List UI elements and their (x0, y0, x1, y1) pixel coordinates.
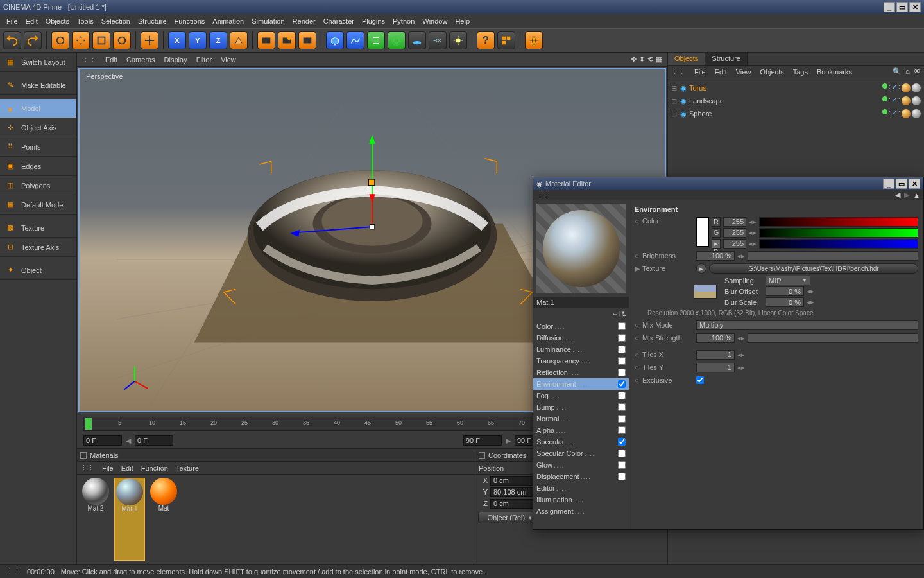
channel-color[interactable]: Color . . . . (533, 320, 629, 332)
obj-torus[interactable]: ⊟◉Torus ∶✓∶ (671, 82, 921, 94)
mode-texture-axis[interactable]: ⊡Texture Axis (0, 238, 76, 257)
eye-icon[interactable]: 👁 (914, 67, 921, 76)
add-light[interactable] (449, 31, 467, 49)
coord-system[interactable] (230, 31, 248, 49)
channel-specular-color[interactable]: Specular Color . . . . (533, 448, 629, 459)
render-pv[interactable] (278, 31, 296, 49)
vp-rotate-icon[interactable]: ⟲ (647, 55, 653, 64)
color-g[interactable]: 255 (723, 228, 746, 238)
me-prev-mat[interactable]: ←| (612, 310, 620, 319)
obj-menu-objects[interactable]: Objects (760, 68, 783, 76)
channel-luminance[interactable]: Luminance . . . . (533, 344, 629, 355)
sampling-dropdown[interactable]: MIP▼ (766, 276, 810, 285)
blur-scale[interactable]: 0 % (766, 297, 804, 307)
home-icon[interactable]: ⌂ (905, 67, 910, 76)
y-axis-lock[interactable]: Y (189, 31, 207, 49)
menu-simulation[interactable]: Simulation (252, 17, 284, 25)
channel-editor[interactable]: Editor . . . . (533, 482, 629, 494)
tab-objects[interactable]: Objects (668, 53, 705, 65)
add-primitive[interactable] (326, 31, 344, 49)
material-Mat.2[interactable]: Mat.2 (80, 478, 111, 561)
content-browser[interactable] (525, 31, 543, 49)
mat-menu-file[interactable]: File (102, 464, 114, 472)
channel-fog[interactable]: Fog . . . . (533, 390, 629, 401)
move-tool[interactable] (72, 31, 90, 49)
channel-transparency[interactable]: Transparency . . . . (533, 355, 629, 367)
menu-structure[interactable]: Structure (138, 17, 167, 25)
channel-displacement[interactable]: Displacement . . . . (533, 471, 629, 482)
me-minimize[interactable]: _ (883, 179, 894, 189)
material-preview[interactable] (536, 204, 626, 293)
mode-texture[interactable]: ▩Texture (0, 218, 76, 238)
color-b[interactable]: 255 (723, 239, 746, 249)
mode-default-mode[interactable]: ▦Default Mode (0, 195, 76, 215)
menu-help[interactable]: Help (455, 17, 470, 25)
vp-grip-icon[interactable]: ⋮⋮ (82, 55, 96, 64)
select-tool[interactable] (51, 31, 69, 49)
vp-menu-view[interactable]: View (221, 56, 236, 64)
channel-alpha[interactable]: Alpha . . . . (533, 425, 629, 436)
g-slider[interactable] (759, 228, 918, 238)
texture-arrow-btn[interactable]: ▸ (696, 263, 706, 274)
vp-layout-icon[interactable]: ▦ (656, 55, 662, 64)
me-nav-up[interactable]: ▲ (913, 191, 920, 199)
mode-edges[interactable]: ▣Edges (0, 157, 76, 176)
channel-glow[interactable]: Glow . . . . (533, 459, 629, 471)
start-frame[interactable]: 0 F (83, 435, 122, 446)
menu-python[interactable]: Python (393, 17, 415, 25)
obj-landscape[interactable]: ⊟◉Landscape ∶✓∶ (671, 94, 921, 107)
material-editor-window[interactable]: ◉Material Editor _ ▭ ✕ ⋮⋮ ◀ ▶ ▲ Mat.1 ←|… (533, 177, 924, 530)
channel-bump[interactable]: Bump . . . . (533, 401, 629, 413)
minimize-button[interactable]: _ (884, 2, 895, 12)
add-environment[interactable] (408, 31, 426, 49)
menu-file[interactable]: File (6, 17, 18, 25)
menu-edit[interactable]: Edit (26, 17, 38, 25)
brightness-input[interactable]: 100 % (696, 251, 735, 261)
menu-functions[interactable]: Functions (175, 17, 205, 25)
recent-tool[interactable] (141, 31, 158, 49)
obj-menu-edit[interactable]: Edit (715, 68, 727, 76)
channel-assignment[interactable]: Assignment . . . . (533, 505, 629, 517)
me-close[interactable]: ✕ (909, 179, 920, 189)
mix-mode-dropdown[interactable]: Multiply (696, 320, 918, 330)
menu-animation[interactable]: Animation (212, 17, 244, 25)
vp-menu-edit[interactable]: Edit (105, 56, 117, 64)
mode-make-editable[interactable]: ✎Make Editable (0, 76, 76, 95)
render-settings[interactable] (298, 31, 316, 49)
blur-offset[interactable]: 0 % (766, 286, 804, 296)
me-maximize[interactable]: ▭ (896, 179, 907, 189)
add-generator[interactable] (367, 31, 385, 49)
mode-object[interactable]: ✦Object (0, 261, 76, 280)
vp-menu-display[interactable]: Display (164, 56, 187, 64)
menu-plugins[interactable]: Plugins (362, 17, 385, 25)
texture-thumb[interactable] (694, 285, 717, 299)
vp-zoom-icon[interactable]: ⇕ (639, 55, 645, 64)
menu-selection[interactable]: Selection (101, 17, 130, 25)
close-button[interactable]: ✕ (909, 2, 921, 12)
add-deformer[interactable] (388, 31, 406, 49)
scale-tool[interactable] (92, 31, 110, 49)
color-r[interactable]: 255 (723, 217, 746, 227)
mode-points[interactable]: ⠿Points (0, 137, 76, 157)
menu-objects[interactable]: Objects (46, 17, 69, 25)
mat-menu-edit[interactable]: Edit (121, 464, 133, 472)
range-start[interactable]: 0 F (135, 435, 173, 446)
vp-nav-icon[interactable]: ✥ (631, 55, 637, 64)
add-spline[interactable] (346, 31, 364, 49)
channel-environment[interactable]: Environment . . . . (533, 378, 629, 390)
obj-menu-tags[interactable]: Tags (793, 68, 808, 76)
menu-render[interactable]: Render (293, 17, 316, 25)
vp-menu-filter[interactable]: Filter (196, 56, 212, 64)
z-axis-lock[interactable]: Z (209, 31, 227, 49)
color-swatch[interactable] (696, 217, 709, 247)
range-end[interactable]: 90 F (463, 435, 502, 446)
mat-menu-function[interactable]: Function (141, 464, 168, 472)
me-nav-back[interactable]: ◀ (895, 191, 900, 199)
channel-specular[interactable]: Specular . . . . (533, 436, 629, 448)
b-slider[interactable] (759, 239, 918, 249)
x-axis-lock[interactable]: X (168, 31, 186, 49)
material-name-field[interactable]: Mat.1 (533, 297, 629, 308)
brightness-slider[interactable] (748, 251, 918, 261)
mat-menu-texture[interactable]: Texture (176, 464, 199, 472)
tiles-x[interactable]: 1 (696, 350, 735, 360)
